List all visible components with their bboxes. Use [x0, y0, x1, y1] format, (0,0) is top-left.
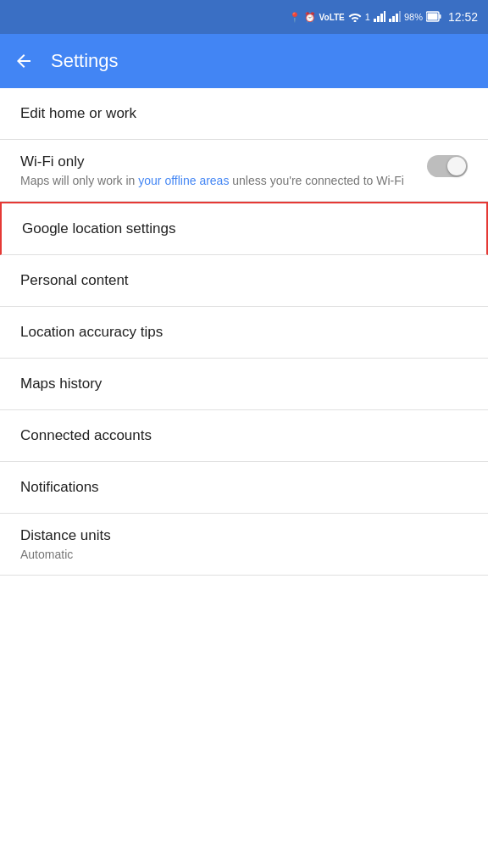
wifi-only-subtitle: Maps will only work in your offline area… [20, 174, 427, 187]
svg-rect-7 [396, 14, 398, 22]
notifications-title: Notifications [20, 479, 468, 496]
sim1-icon: 1 [365, 12, 370, 22]
distance-units-subtitle: Automatic [20, 548, 468, 561]
battery-icon [426, 11, 441, 24]
app-bar-title: Settings [51, 50, 119, 72]
svg-rect-8 [399, 11, 401, 22]
settings-item-maps-history[interactable]: Maps history [0, 359, 488, 410]
settings-item-edit-home-work[interactable]: Edit home or work [0, 88, 488, 140]
settings-item-notifications[interactable]: Notifications [0, 462, 488, 514]
status-icons: 📍 ⏰ VoLTE 1 [289, 10, 478, 24]
location-accuracy-title: Location accuracy tips [20, 324, 468, 341]
svg-rect-2 [377, 16, 380, 22]
volte-icon: VoLTE [319, 13, 345, 22]
connected-accounts-title: Connected accounts [20, 427, 468, 444]
svg-rect-1 [374, 19, 376, 22]
svg-point-0 [353, 19, 356, 22]
status-bar: 📍 ⏰ VoLTE 1 [0, 0, 488, 34]
wifi-only-title: Wi-Fi only [20, 153, 427, 170]
wifi-icon [348, 11, 362, 24]
settings-list: Edit home or work Wi-Fi only Maps will o… [0, 88, 488, 576]
svg-rect-4 [384, 11, 385, 22]
wifi-only-text: Wi-Fi only Maps will only work in your o… [20, 153, 427, 187]
alarm-icon: ⏰ [304, 12, 316, 23]
offline-areas-link[interactable]: your offline areas [138, 174, 229, 187]
status-time: 12:52 [448, 10, 478, 24]
personal-content-title: Personal content [20, 272, 468, 289]
svg-rect-10 [427, 13, 437, 19]
location-icon: 📍 [289, 12, 301, 23]
svg-rect-11 [439, 14, 441, 19]
svg-rect-6 [392, 16, 395, 22]
settings-item-connected-accounts[interactable]: Connected accounts [0, 410, 488, 462]
battery-percent: 98% [404, 12, 423, 22]
app-bar: Settings [0, 34, 488, 88]
back-button[interactable] [14, 51, 34, 71]
distance-units-title: Distance units [20, 527, 468, 544]
settings-item-wifi-only[interactable]: Wi-Fi only Maps will only work in your o… [0, 140, 488, 202]
settings-item-location-accuracy[interactable]: Location accuracy tips [0, 307, 488, 359]
google-location-title: Google location settings [22, 220, 466, 237]
maps-history-title: Maps history [20, 376, 468, 392]
signal-bars-icon [374, 11, 385, 24]
signal-bars2-icon [389, 11, 401, 24]
edit-home-work-title: Edit home or work [20, 105, 468, 122]
toggle-knob [447, 157, 466, 175]
settings-item-personal-content[interactable]: Personal content [0, 255, 488, 307]
svg-rect-5 [389, 19, 391, 22]
settings-item-google-location[interactable]: Google location settings [0, 202, 488, 255]
wifi-only-toggle[interactable] [427, 155, 468, 177]
svg-rect-3 [380, 14, 383, 22]
settings-item-distance-units[interactable]: Distance units Automatic [0, 514, 488, 576]
